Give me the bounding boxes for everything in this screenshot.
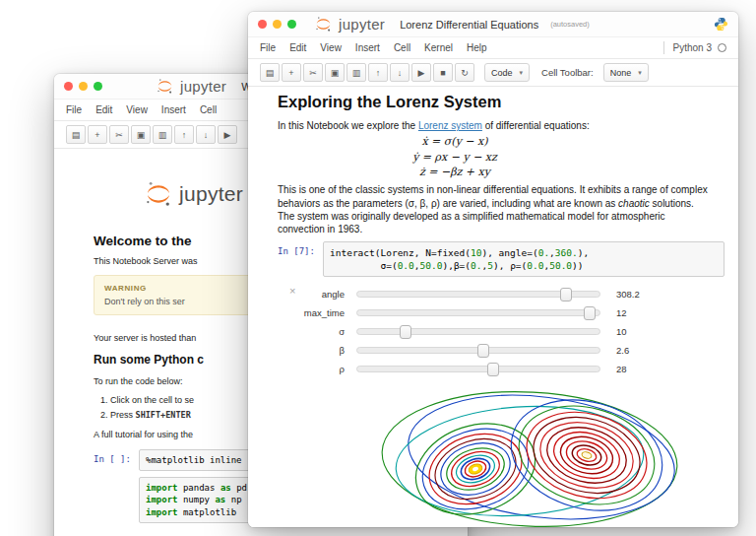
save-button[interactable]: ▤ — [260, 63, 280, 82]
slider-value: 308.2 — [616, 289, 640, 300]
slider-row: β 2.6 — [293, 341, 724, 360]
move-down-button[interactable]: ↓ — [390, 63, 410, 82]
menu-item-insert[interactable]: Insert — [355, 42, 380, 53]
run-cell-button[interactable]: ▶ — [218, 125, 237, 144]
select-caret-icon: ▾ — [638, 69, 642, 77]
kernel-indicator: Python 3 — [663, 41, 726, 54]
equation-block: ẋ = σ(y − x) ẏ = ρx − y − xz ż = −βz + x… — [287, 134, 622, 179]
jupyter-logo-icon — [145, 180, 172, 208]
traffic-lights — [64, 82, 102, 91]
menu-item-file[interactable]: File — [260, 42, 276, 53]
rho-slider[interactable] — [356, 366, 600, 372]
close-button[interactable] — [258, 20, 267, 29]
menu-bar: File Edit View Insert Cell Kernel Help P… — [248, 37, 738, 59]
sigma-slider[interactable] — [356, 328, 600, 335]
slider-label: angle — [293, 289, 356, 300]
copy-cell-button[interactable]: ▣ — [131, 125, 151, 144]
beta-slider[interactable] — [356, 347, 600, 354]
lorenz-notebook-window: jupyter Lorenz Differential Equations (a… — [248, 12, 738, 527]
slider-handle[interactable] — [584, 306, 596, 320]
move-up-button[interactable]: ↑ — [174, 125, 194, 144]
notebook-title: Lorenz Differential Equations — [400, 19, 538, 31]
notebook-toolbar: ▤ + ✂ ▣ ▥ ↑ ↓ ▶ ■ ↻ Code ▾ Cell Toolbar:… — [248, 59, 738, 87]
traffic-lights — [258, 20, 296, 29]
slider-value: 2.6 — [616, 345, 629, 356]
notebook-heading: Exploring the Lorenz System — [278, 93, 724, 111]
zoom-button[interactable] — [287, 20, 296, 29]
window-titlebar[interactable]: jupyter Lorenz Differential Equations (a… — [248, 12, 738, 37]
paste-cell-button[interactable]: ▥ — [346, 63, 366, 82]
select-caret-icon: ▾ — [520, 69, 524, 77]
slider-label: ρ — [293, 364, 356, 374]
lorenz-system-link[interactable]: Lorenz system — [418, 120, 482, 131]
zoom-button[interactable] — [94, 82, 102, 91]
desktop: jupyter Welcome to P File Edit View Inse… — [0, 0, 756, 536]
jupyter-logo-icon — [157, 78, 173, 95]
cell-type-select[interactable]: Code ▾ — [484, 63, 530, 82]
slider-label: σ — [293, 326, 356, 337]
menu-item-edit[interactable]: Edit — [289, 42, 306, 53]
slider-row: max_time 12 — [293, 303, 724, 322]
move-down-button[interactable]: ↓ — [196, 125, 216, 144]
slider-handle[interactable] — [477, 344, 489, 358]
restart-kernel-button[interactable]: ↻ — [455, 63, 474, 82]
slider-handle[interactable] — [400, 325, 411, 339]
jupyter-brand-text: jupyter — [180, 78, 226, 95]
slider-value: 28 — [616, 364, 627, 374]
menu-item-kernel[interactable]: Kernel — [424, 42, 453, 53]
slider-row: ρ 28 — [293, 360, 724, 378]
add-cell-button[interactable]: + — [88, 125, 107, 144]
keyboard-shortcut: SHIFT+ENTER — [136, 410, 191, 420]
run-cell-button[interactable]: ▶ — [411, 63, 431, 82]
kernel-name: Python 3 — [673, 42, 712, 53]
angle-slider[interactable] — [356, 291, 600, 298]
intro-paragraph: In this Notebook we explore the Lorenz s… — [278, 119, 724, 132]
menu-item-cell[interactable]: Cell — [394, 42, 410, 53]
slider-row: angle 308.2 — [293, 285, 724, 303]
slider-value: 10 — [616, 326, 627, 337]
cell-prompt: In [ ]: — [94, 449, 139, 471]
copy-cell-button[interactable]: ▣ — [325, 63, 345, 82]
add-cell-button[interactable]: + — [282, 63, 301, 82]
code-cell: In [7]: interact(Lorenz, N=fixed(10), an… — [278, 241, 724, 277]
close-button[interactable] — [64, 82, 73, 91]
equation-line: ẏ = ρx − y − xz — [287, 150, 622, 165]
widget-close-icon[interactable]: × — [289, 286, 295, 297]
cut-cell-button[interactable]: ✂ — [109, 125, 129, 144]
max-time-slider[interactable] — [356, 309, 600, 316]
slider-label: max_time — [293, 307, 356, 318]
slider-label: β — [293, 345, 356, 356]
menu-item-insert[interactable]: Insert — [161, 104, 186, 115]
kernel-idle-icon — [718, 43, 726, 52]
interrupt-kernel-button[interactable]: ■ — [433, 63, 453, 82]
notebook-content: Exploring the Lorenz System In this Note… — [248, 87, 738, 527]
menu-item-view[interactable]: View — [320, 42, 342, 53]
cut-cell-button[interactable]: ✂ — [303, 63, 323, 82]
menu-item-help[interactable]: Help — [467, 42, 487, 53]
menu-item-view[interactable]: View — [126, 104, 148, 115]
code-cell-input[interactable]: interact(Lorenz, N=fixed(10), angle=(0.,… — [323, 241, 724, 277]
save-button[interactable]: ▤ — [66, 125, 86, 144]
interact-widget-area: × angle 308.2 max_time 12 σ 10 β — [293, 285, 724, 378]
cell-prompt: In [7]: — [278, 241, 323, 277]
equation-line: ż = −βz + xy — [287, 165, 622, 179]
menu-item-cell[interactable]: Cell — [200, 104, 217, 115]
autosave-status: (autosaved) — [550, 20, 590, 29]
slider-handle[interactable] — [487, 363, 499, 376]
jupyter-logo-text: jupyter — [179, 182, 243, 206]
jupyter-brand-text: jupyter — [339, 16, 385, 33]
slider-value: 12 — [616, 307, 627, 318]
minimize-button[interactable] — [79, 82, 88, 91]
menu-item-edit[interactable]: Edit — [95, 104, 112, 115]
slider-handle[interactable] — [560, 288, 572, 302]
jupyter-logo-icon — [315, 16, 332, 33]
cell-toolbar-select[interactable]: None ▾ — [603, 63, 649, 82]
menu-item-file[interactable]: File — [66, 104, 82, 115]
paste-cell-button[interactable]: ▥ — [153, 125, 172, 144]
move-up-button[interactable]: ↑ — [368, 63, 388, 82]
body-paragraph: This is one of the classic systems in no… — [278, 183, 709, 235]
equation-line: ẋ = σ(y − x) — [287, 134, 622, 149]
lorenz-attractor-plot — [372, 382, 697, 527]
cell-prompt — [94, 477, 139, 523]
minimize-button[interactable] — [273, 20, 282, 29]
